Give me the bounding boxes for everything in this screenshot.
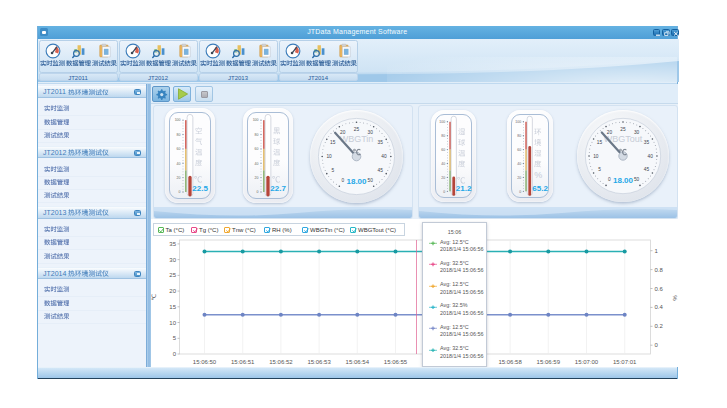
svg-text:10: 10: [326, 154, 332, 159]
svg-text:40: 40: [254, 161, 258, 165]
svg-text:0.2: 0.2: [654, 323, 663, 329]
svg-text:0: 0: [341, 177, 344, 182]
svg-text:50: 50: [368, 177, 374, 182]
svg-text:15: 15: [169, 303, 176, 309]
svg-text:0.8: 0.8: [654, 266, 663, 272]
svg-text:45: 45: [378, 167, 384, 172]
svg-text:18.00: 18.00: [612, 176, 633, 185]
svg-text:50: 50: [633, 177, 639, 182]
svg-text:1: 1: [654, 247, 658, 253]
svg-text:40: 40: [517, 162, 521, 166]
svg-text:0: 0: [519, 190, 521, 194]
svg-text:80: 80: [441, 134, 445, 138]
svg-text:0.6: 0.6: [654, 285, 663, 291]
svg-text:60: 60: [176, 147, 180, 151]
svg-text:10: 10: [593, 153, 599, 158]
svg-text:80: 80: [176, 132, 180, 136]
svg-text:15:06:52: 15:06:52: [269, 359, 293, 365]
svg-text:100: 100: [174, 118, 180, 122]
svg-text:10: 10: [169, 319, 176, 325]
svg-text:15:07:00: 15:07:00: [574, 359, 598, 365]
svg-text:5: 5: [172, 335, 176, 341]
svg-text:80: 80: [254, 132, 258, 136]
svg-text:15:07:01: 15:07:01: [613, 359, 637, 365]
svg-text:30: 30: [169, 256, 176, 262]
svg-text:20: 20: [169, 288, 176, 294]
svg-text:25: 25: [354, 126, 360, 131]
svg-text:60: 60: [517, 148, 521, 152]
svg-text:15:06:53: 15:06:53: [307, 359, 331, 365]
svg-text:40: 40: [176, 161, 180, 165]
svg-text:35: 35: [378, 140, 384, 145]
svg-text:35: 35: [169, 240, 176, 246]
svg-text:100: 100: [439, 120, 445, 124]
svg-text:20: 20: [176, 175, 180, 179]
svg-text:40: 40: [441, 162, 445, 166]
svg-text:15:06:59: 15:06:59: [536, 359, 560, 365]
svg-text:0: 0: [443, 190, 445, 194]
svg-text:15:06:58: 15:06:58: [498, 359, 522, 365]
svg-text:0: 0: [178, 190, 180, 194]
svg-text:40: 40: [381, 154, 387, 159]
svg-text:5: 5: [331, 167, 334, 172]
svg-text:100: 100: [515, 120, 521, 124]
svg-text:20: 20: [517, 176, 521, 180]
svg-text:20: 20: [441, 176, 445, 180]
svg-text:0: 0: [172, 351, 176, 357]
svg-text:15:06:54: 15:06:54: [345, 359, 369, 365]
svg-text:100: 100: [252, 118, 258, 122]
svg-text:45: 45: [643, 167, 649, 172]
svg-text:15:06:50: 15:06:50: [192, 359, 216, 365]
svg-text:%: %: [672, 295, 678, 301]
svg-text:60: 60: [254, 147, 258, 151]
svg-text:0: 0: [608, 177, 611, 182]
svg-text:25: 25: [169, 272, 176, 278]
svg-text:0: 0: [654, 342, 658, 348]
svg-text:25: 25: [620, 126, 626, 131]
svg-text:0: 0: [256, 190, 258, 194]
svg-text:15:06:51: 15:06:51: [231, 359, 255, 365]
svg-text:35: 35: [643, 140, 649, 145]
svg-text:0.4: 0.4: [654, 304, 663, 310]
svg-text:40: 40: [647, 153, 653, 158]
svg-text:5: 5: [598, 167, 601, 172]
svg-text:15:06:55: 15:06:55: [383, 359, 407, 365]
svg-text:15: 15: [330, 140, 336, 145]
svg-text:18.00: 18.00: [346, 176, 367, 185]
svg-text:℃: ℃: [151, 293, 157, 300]
svg-text:15: 15: [596, 140, 602, 145]
svg-text:60: 60: [441, 148, 445, 152]
svg-text:80: 80: [517, 134, 521, 138]
svg-text:20: 20: [254, 175, 258, 179]
